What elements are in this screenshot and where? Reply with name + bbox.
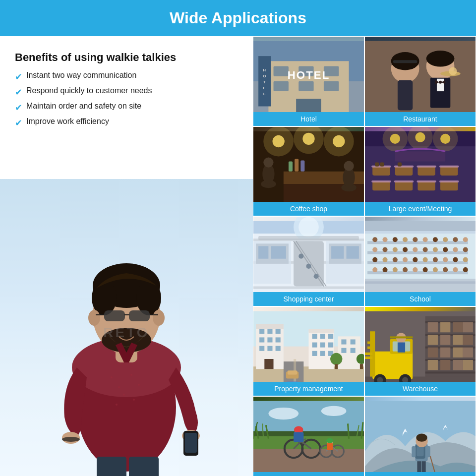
svg-rect-203 bbox=[320, 351, 325, 356]
svg-rect-132 bbox=[367, 251, 468, 254]
svg-point-173 bbox=[453, 267, 458, 272]
svg-rect-131 bbox=[367, 241, 468, 244]
svg-rect-11 bbox=[129, 310, 150, 321]
svg-point-284 bbox=[326, 438, 333, 443]
svg-point-22 bbox=[118, 386, 120, 388]
svg-rect-98 bbox=[371, 180, 391, 182]
svg-point-66 bbox=[324, 127, 354, 156]
svg-rect-88 bbox=[417, 166, 435, 175]
app-label-restaurant: Restaurant bbox=[365, 112, 476, 126]
svg-rect-91 bbox=[395, 181, 413, 190]
svg-point-156 bbox=[382, 257, 387, 262]
svg-rect-10 bbox=[104, 310, 125, 321]
svg-point-145 bbox=[372, 247, 377, 252]
svg-point-140 bbox=[423, 237, 428, 242]
svg-rect-199 bbox=[312, 342, 317, 347]
svg-point-152 bbox=[443, 247, 448, 252]
svg-point-117 bbox=[298, 254, 303, 259]
svg-point-74 bbox=[263, 157, 273, 167]
svg-rect-209 bbox=[351, 348, 356, 353]
svg-rect-187 bbox=[259, 337, 264, 342]
svg-point-149 bbox=[413, 247, 417, 252]
svg-rect-238 bbox=[453, 360, 463, 370]
svg-rect-200 bbox=[320, 342, 325, 347]
svg-rect-216 bbox=[360, 364, 363, 369]
svg-rect-188 bbox=[267, 337, 272, 342]
svg-point-54 bbox=[426, 51, 455, 66]
svg-rect-28 bbox=[97, 457, 126, 476]
svg-rect-205 bbox=[338, 336, 360, 369]
svg-text:H: H bbox=[263, 68, 266, 72]
svg-rect-195 bbox=[309, 329, 334, 333]
svg-rect-70 bbox=[295, 159, 298, 171]
svg-rect-193 bbox=[264, 359, 273, 369]
svg-rect-52 bbox=[393, 60, 417, 63]
svg-point-163 bbox=[453, 257, 458, 262]
svg-point-150 bbox=[423, 247, 428, 252]
app-label-shopping: Shopping center bbox=[253, 292, 364, 306]
svg-point-64 bbox=[263, 127, 294, 156]
svg-point-138 bbox=[403, 237, 408, 242]
app-item-hotel: H O T E L HOTEL Hotel bbox=[253, 36, 364, 126]
benefits-section: Benefits of using walkie talkies ✔ Insta… bbox=[0, 36, 253, 142]
svg-point-166 bbox=[382, 267, 387, 272]
svg-rect-124 bbox=[258, 246, 268, 259]
svg-rect-87 bbox=[395, 166, 413, 175]
app-item-restaurant: Restaurant bbox=[364, 36, 476, 126]
benefit-text-1: Instant two way communication bbox=[26, 71, 136, 80]
svg-point-172 bbox=[443, 267, 448, 272]
benefit-text-4: Improve work efficiency bbox=[26, 117, 109, 126]
svg-rect-214 bbox=[335, 364, 338, 369]
svg-point-258 bbox=[268, 408, 298, 419]
svg-rect-95 bbox=[394, 165, 414, 167]
svg-rect-295 bbox=[412, 446, 416, 457]
svg-text:L: L bbox=[263, 92, 266, 96]
svg-rect-183 bbox=[256, 324, 284, 329]
svg-point-21 bbox=[111, 376, 113, 378]
svg-rect-184 bbox=[259, 329, 264, 334]
svg-rect-104 bbox=[398, 162, 402, 166]
svg-rect-186 bbox=[276, 329, 281, 334]
svg-point-141 bbox=[433, 237, 438, 242]
person-figure bbox=[32, 199, 221, 476]
app-item-shopping: Shopping center bbox=[253, 216, 364, 306]
svg-point-155 bbox=[372, 257, 377, 262]
svg-rect-69 bbox=[289, 161, 293, 171]
app-label-school: School bbox=[365, 292, 476, 306]
svg-text:T: T bbox=[263, 80, 266, 84]
app-label-warehouse: Warehouse bbox=[365, 382, 476, 396]
app-label-hiking: Hiking bbox=[365, 472, 476, 476]
svg-point-57 bbox=[439, 81, 442, 84]
svg-rect-50 bbox=[398, 80, 413, 111]
benefits-title: Benefits of using walkie talkies bbox=[15, 51, 238, 64]
svg-rect-197 bbox=[320, 334, 325, 339]
svg-rect-232 bbox=[428, 347, 438, 357]
svg-rect-189 bbox=[276, 337, 281, 342]
svg-rect-103 bbox=[380, 162, 384, 166]
checkmark-icon-4: ✔ bbox=[15, 118, 22, 128]
checkmark-icon-2: ✔ bbox=[15, 87, 22, 98]
svg-point-77 bbox=[344, 161, 354, 171]
svg-point-160 bbox=[423, 257, 428, 262]
svg-rect-134 bbox=[367, 271, 468, 274]
benefit-item-2: ✔ Respond quickly to customer needs bbox=[15, 86, 238, 98]
svg-point-27 bbox=[133, 399, 135, 401]
svg-rect-227 bbox=[463, 322, 473, 332]
checkmark-icon-1: ✔ bbox=[15, 71, 22, 82]
app-label-riding: Riding bbox=[253, 472, 364, 476]
svg-rect-38 bbox=[324, 81, 339, 91]
svg-rect-223 bbox=[425, 371, 476, 373]
app-label-event: Large event/Meeting bbox=[365, 202, 476, 216]
svg-rect-102 bbox=[375, 162, 379, 166]
svg-rect-248 bbox=[365, 357, 372, 359]
svg-point-162 bbox=[443, 257, 448, 262]
person-image: RETO bbox=[0, 179, 253, 476]
benefit-text-2: Respond quickly to customer needs bbox=[26, 86, 152, 95]
svg-rect-229 bbox=[440, 335, 450, 345]
svg-rect-196 bbox=[312, 334, 317, 339]
svg-point-59 bbox=[449, 67, 457, 75]
svg-point-169 bbox=[413, 267, 417, 272]
svg-point-294 bbox=[416, 434, 427, 442]
app-image-riding bbox=[253, 397, 364, 476]
checkmark-icon-3: ✔ bbox=[15, 102, 22, 113]
